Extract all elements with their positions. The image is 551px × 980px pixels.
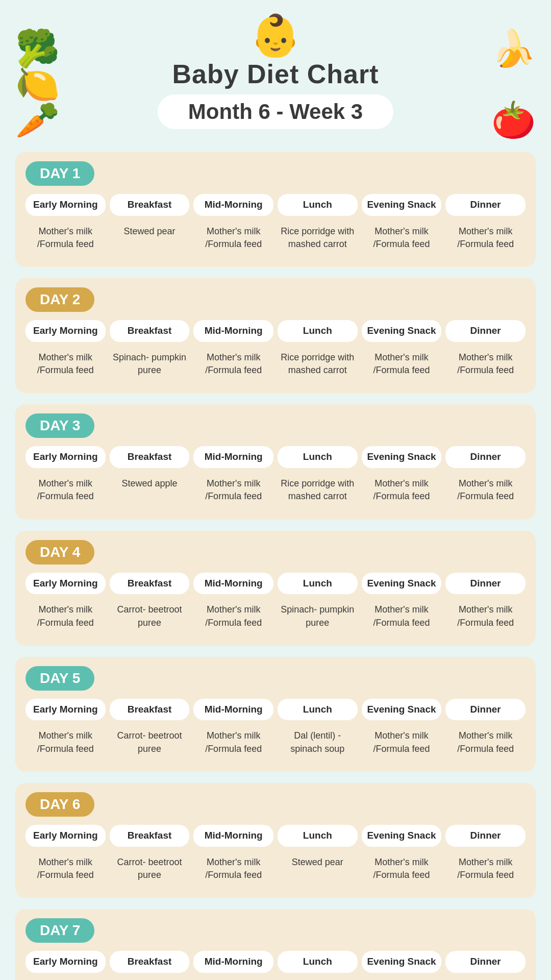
- header-cell-2-0: Early Morning: [26, 320, 106, 342]
- day-section-3: DAY 3Early MorningBreakfastMid-MorningLu…: [15, 404, 536, 519]
- meal-cell-1-0: Mother's milk /Formula feed: [26, 221, 106, 255]
- meal-cell-5-0: Mother's milk /Formula feed: [26, 725, 106, 759]
- day-label-2: DAY 2: [26, 287, 94, 312]
- header-cell-6-0: Early Morning: [26, 825, 106, 847]
- day-section-2: DAY 2Early MorningBreakfastMid-MorningLu…: [15, 278, 536, 393]
- meal-cell-7-0: Mother's milk /Formula feed: [26, 978, 106, 980]
- header-cell-6-4: Evening Snack: [362, 825, 442, 847]
- header-cell-7-5: Dinner: [445, 951, 525, 973]
- baby-icon: 👶: [10, 15, 541, 56]
- day-label-4: DAY 4: [26, 540, 94, 565]
- meal-cell-2-2: Mother's milk /Formula feed: [193, 347, 273, 381]
- header-cell-1-3: Lunch: [278, 194, 358, 216]
- header-cell-4-3: Lunch: [278, 573, 358, 595]
- meal-cell-4-2: Mother's milk /Formula feed: [193, 599, 273, 633]
- header-cell-5-0: Early Morning: [26, 699, 106, 721]
- meal-data-row-2: Mother's milk /Formula feedSpinach- pump…: [26, 347, 525, 381]
- meal-cell-5-2: Mother's milk /Formula feed: [193, 725, 273, 759]
- meal-cell-4-1: Carrot- beetroot puree: [110, 599, 190, 633]
- meal-cell-6-0: Mother's milk /Formula feed: [26, 852, 106, 886]
- meal-cell-3-1: Stewed apple: [110, 473, 190, 507]
- day-section-5: DAY 5Early MorningBreakfastMid-MorningLu…: [15, 657, 536, 772]
- meal-header-row-4: Early MorningBreakfastMid-MorningLunchEv…: [26, 573, 525, 595]
- header-cell-4-4: Evening Snack: [362, 573, 442, 595]
- day-label-3: DAY 3: [26, 413, 94, 438]
- meal-cell-6-4: Mother's milk /Formula feed: [362, 852, 442, 886]
- meal-cell-6-1: Carrot- beetroot puree: [110, 852, 190, 886]
- header-cell-7-0: Early Morning: [26, 951, 106, 973]
- header-cell-2-2: Mid-Morning: [193, 320, 273, 342]
- header-cell-3-2: Mid-Morning: [193, 446, 273, 468]
- day-section-1: DAY 1Early MorningBreakfastMid-MorningLu…: [15, 152, 536, 267]
- meal-cell-2-0: Mother's milk /Formula feed: [26, 347, 106, 381]
- meal-cell-3-2: Mother's milk /Formula feed: [193, 473, 273, 507]
- meal-data-row-1: Mother's milk /Formula feedStewed pearMo…: [26, 221, 525, 255]
- header-cell-1-2: Mid-Morning: [193, 194, 273, 216]
- meal-data-row-6: Mother's milk /Formula feedCarrot- beetr…: [26, 852, 525, 886]
- header-cell-6-1: Breakfast: [110, 825, 190, 847]
- meal-header-row-2: Early MorningBreakfastMid-MorningLunchEv…: [26, 320, 525, 342]
- header-cell-3-0: Early Morning: [26, 446, 106, 468]
- header-cell-3-4: Evening Snack: [362, 446, 442, 468]
- meal-cell-5-3: Dal (lentil) -spinach soup: [278, 725, 358, 759]
- header-cell-1-0: Early Morning: [26, 194, 106, 216]
- day-label-1: DAY 1: [26, 161, 94, 186]
- meal-cell-7-2: Mother's milk /Formula feed: [193, 978, 273, 980]
- meal-cell-4-5: Mother's milk /Formula feed: [445, 599, 525, 633]
- header-cell-7-1: Breakfast: [110, 951, 190, 973]
- meal-cell-6-3: Stewed pear: [278, 852, 358, 886]
- day-label-5: DAY 5: [26, 666, 94, 691]
- meal-data-row-3: Mother's milk /Formula feedStewed appleM…: [26, 473, 525, 507]
- meal-cell-5-5: Mother's milk /Formula feed: [445, 725, 525, 759]
- header-cell-1-5: Dinner: [445, 194, 525, 216]
- meal-cell-1-5: Mother's milk /Formula feed: [445, 221, 525, 255]
- meal-cell-7-1: Rice porridge with mashed carrot: [110, 978, 190, 980]
- header-cell-4-0: Early Morning: [26, 573, 106, 595]
- meal-cell-7-4: Mother's milk /Formula feed: [362, 978, 442, 980]
- meal-data-row-4: Mother's milk /Formula feedCarrot- beetr…: [26, 599, 525, 633]
- header-cell-2-1: Breakfast: [110, 320, 190, 342]
- meal-cell-5-4: Mother's milk /Formula feed: [362, 725, 442, 759]
- header-cell-5-2: Mid-Morning: [193, 699, 273, 721]
- header-cell-4-5: Dinner: [445, 573, 525, 595]
- meal-cell-6-5: Mother's milk /Formula feed: [445, 852, 525, 886]
- meal-cell-2-3: Rice porridge with mashed carrot: [278, 347, 358, 381]
- meal-data-row-7: Mother's milk /Formula feedRice porridge…: [26, 978, 525, 980]
- header-cell-3-5: Dinner: [445, 446, 525, 468]
- day-section-4: DAY 4Early MorningBreakfastMid-MorningLu…: [15, 531, 536, 646]
- day-section-6: DAY 6Early MorningBreakfastMid-MorningLu…: [15, 783, 536, 898]
- meal-cell-1-3: Rice porridge with mashed carrot: [278, 221, 358, 255]
- meal-cell-7-5: Mother's milk /Formula feed: [445, 978, 525, 980]
- header-cell-5-5: Dinner: [445, 699, 525, 721]
- meal-cell-3-5: Mother's milk /Formula feed: [445, 473, 525, 507]
- page-subtitle: Month 6 - Week 3: [188, 100, 363, 124]
- meal-cell-6-2: Mother's milk /Formula feed: [193, 852, 273, 886]
- header-cell-2-4: Evening Snack: [362, 320, 442, 342]
- meal-data-row-5: Mother's milk /Formula feedCarrot- beetr…: [26, 725, 525, 759]
- header-cell-1-1: Breakfast: [110, 194, 190, 216]
- meal-cell-4-0: Mother's milk /Formula feed: [26, 599, 106, 633]
- meal-cell-1-2: Mother's milk /Formula feed: [193, 221, 273, 255]
- header-cell-2-3: Lunch: [278, 320, 358, 342]
- header-cell-6-5: Dinner: [445, 825, 525, 847]
- deco-right: 🍌🍅: [491, 31, 536, 138]
- header-cell-6-3: Lunch: [278, 825, 358, 847]
- meal-cell-7-3: Lauki & moong dal soup: [278, 978, 358, 980]
- meal-cell-2-4: Mother's milk /Formula feed: [362, 347, 442, 381]
- header-cell-5-4: Evening Snack: [362, 699, 442, 721]
- header-cell-6-2: Mid-Morning: [193, 825, 273, 847]
- header-cell-7-4: Evening Snack: [362, 951, 442, 973]
- day-section-7: DAY 7Early MorningBreakfastMid-MorningLu…: [15, 909, 536, 980]
- days-content: DAY 1Early MorningBreakfastMid-MorningLu…: [0, 147, 551, 980]
- header-cell-5-3: Lunch: [278, 699, 358, 721]
- header-cell-3-1: Breakfast: [110, 446, 190, 468]
- meal-cell-2-5: Mother's milk /Formula feed: [445, 347, 525, 381]
- header-cell-7-3: Lunch: [278, 951, 358, 973]
- meal-cell-1-4: Mother's milk /Formula feed: [362, 221, 442, 255]
- header-cell-5-1: Breakfast: [110, 699, 190, 721]
- header-cell-1-4: Evening Snack: [362, 194, 442, 216]
- meal-cell-3-3: Rice porridge with mashed carrot: [278, 473, 358, 507]
- header-cell-3-3: Lunch: [278, 446, 358, 468]
- meal-cell-3-4: Mother's milk /Formula feed: [362, 473, 442, 507]
- header-cell-7-2: Mid-Morning: [193, 951, 273, 973]
